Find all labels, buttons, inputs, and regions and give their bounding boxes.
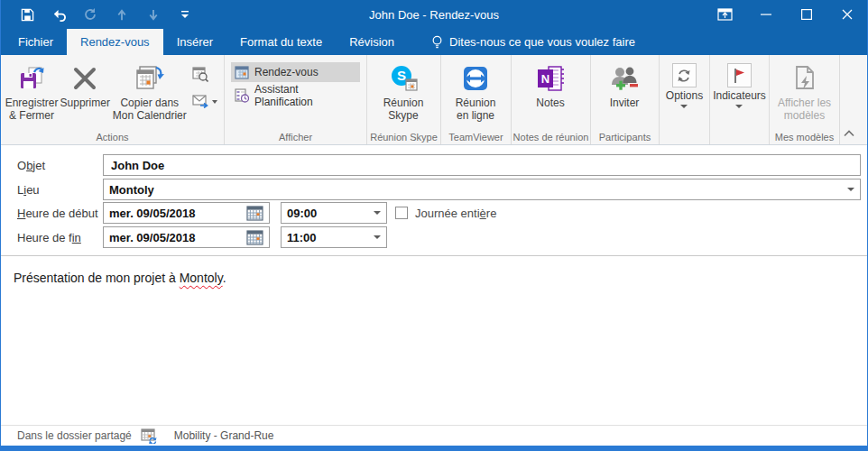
tab-rendez-vous[interactable]: Rendez-vous	[67, 29, 163, 55]
location-row: Lieu Montoly	[1, 179, 867, 200]
options-menu-button[interactable]: Options	[666, 59, 703, 108]
all-day-label: Journée entière	[415, 207, 496, 220]
options-dropdown-caret	[680, 105, 688, 108]
group-caption-teamviewer: TeamViewer	[441, 132, 511, 143]
all-day-checkbox[interactable]	[395, 207, 408, 219]
group-caption-afficher: Afficher	[225, 132, 366, 143]
shared-folder-label: Dans le dossier partagé	[17, 429, 132, 442]
tab-revision[interactable]: Révision	[336, 29, 408, 55]
online-meeting-button[interactable]: Réunion en ligne	[444, 59, 507, 133]
save-close-icon	[17, 62, 46, 95]
body-text: Présentation de mon projet à Montoly.	[14, 271, 226, 285]
tell-me-label: Dites-nous ce que vous voulez faire	[449, 35, 635, 49]
skype-meeting-button[interactable]: S Réunion Skype	[370, 59, 437, 133]
invite-attendees-icon	[609, 62, 640, 95]
quick-access-toolbar	[19, 6, 193, 23]
group-caption-notes: Notes de réunion	[512, 132, 590, 143]
end-row: Heure de fin mer. 09/05/2018 11:00	[1, 226, 867, 248]
save-and-close-button[interactable]: Enregistrer & Fermer	[4, 59, 60, 133]
end-time-dropdown-caret[interactable]	[374, 235, 381, 239]
svg-text:N: N	[541, 72, 549, 86]
calendar-search-button[interactable]	[192, 66, 217, 82]
skype-meeting-label: Réunion Skype	[383, 97, 424, 122]
invite-button[interactable]: Inviter	[594, 59, 655, 133]
copy-calendar-label: Copier dans Mon Calendrier	[113, 97, 187, 122]
tab-fichier[interactable]: Fichier	[5, 29, 67, 55]
appointment-form: Objet Lieu Montoly Heure de début mer. 0…	[1, 146, 867, 255]
ribbon-display-options-icon[interactable]	[705, 0, 745, 29]
recurrence-icon	[672, 63, 697, 87]
flags-dropdown-caret	[735, 105, 743, 108]
title-bar: John Doe - Rendez-vous	[1, 0, 867, 29]
end-date-picker-icon[interactable]	[246, 230, 263, 245]
location-label: Lieu	[17, 183, 40, 197]
scheduling-assistant-toggle[interactable]: Assistant Planification	[231, 86, 360, 106]
minimize-button[interactable]	[745, 0, 786, 29]
online-meeting-label: Réunion en ligne	[456, 97, 496, 122]
onenote-icon: N	[536, 62, 565, 95]
maximize-button[interactable]	[786, 0, 826, 29]
options-label: Options	[666, 89, 703, 102]
tab-format-du-texte[interactable]: Format du texte	[226, 29, 336, 55]
end-label: Heure de fin	[17, 231, 81, 244]
appointment-toggle[interactable]: Rendez-vous	[231, 62, 360, 82]
lightbulb-icon	[431, 35, 443, 50]
undo-icon[interactable]	[51, 6, 67, 23]
invite-label: Inviter	[610, 97, 640, 109]
forward-button[interactable]	[192, 95, 217, 108]
start-date-field[interactable]: mer. 09/05/2018	[103, 202, 270, 224]
notes-button[interactable]: N Notes	[514, 59, 586, 133]
redo-icon	[82, 6, 98, 23]
location-dropdown-caret[interactable]	[847, 179, 854, 199]
delete-button[interactable]: Supprimer	[60, 59, 110, 133]
copy-to-my-calendar-button[interactable]: Copier dans Mon Calendrier	[110, 59, 189, 133]
tab-inserer[interactable]: Insérer	[163, 29, 226, 55]
subject-row: Objet	[1, 154, 867, 176]
start-label: Heure de début	[17, 207, 98, 220]
end-time-value: 11:00	[287, 231, 374, 244]
collapse-ribbon-chevron-icon[interactable]	[844, 130, 854, 137]
svg-text:S: S	[397, 68, 406, 83]
flag-icon	[727, 63, 752, 87]
tell-me-box[interactable]: Dites-nous ce que vous voulez faire	[431, 29, 635, 55]
start-time-dropdown-caret[interactable]	[374, 211, 381, 215]
group-indicateurs: Indicateurs	[710, 55, 770, 144]
window-controls	[705, 0, 867, 29]
scheduling-assistant-label: Assistant Planification	[254, 83, 354, 108]
delete-icon	[72, 62, 97, 95]
copy-calendar-icon	[134, 62, 165, 95]
customize-qat-icon[interactable]	[177, 6, 193, 23]
end-time-combobox[interactable]: 11:00	[281, 226, 387, 248]
group-teamviewer: Réunion en ligne TeamViewer	[441, 55, 512, 144]
flags-menu-button[interactable]: Indicateurs	[713, 59, 766, 108]
skype-icon: S	[388, 62, 419, 95]
end-date-field[interactable]: mer. 09/05/2018	[103, 226, 270, 248]
start-date-picker-icon[interactable]	[246, 206, 263, 221]
ribbon: Enregistrer & Fermer Supprimer	[1, 55, 867, 145]
notes-label: Notes	[536, 97, 564, 109]
start-time-value: 09:00	[287, 207, 374, 220]
outlook-appointment-window: John Doe - Rendez-vous Fichier Rendez-vo…	[0, 0, 868, 451]
group-caption-mes-modeles: Mes modèles	[770, 132, 839, 143]
group-afficher: Rendez-vous Assistant Planification Affi…	[225, 55, 367, 144]
end-date-value: mer. 09/05/2018	[109, 231, 246, 244]
show-toggles: Rendez-vous Assistant Planification	[227, 59, 364, 106]
ribbon-tab-row: Fichier Rendez-vous Insérer Format du te…	[1, 29, 867, 55]
start-row: Heure de début mer. 09/05/2018 09:00 Jou…	[1, 202, 867, 224]
subject-input[interactable]	[103, 154, 861, 176]
save-icon[interactable]	[19, 6, 35, 23]
location-value: Montoly	[109, 183, 854, 197]
group-caption-actions: Actions	[1, 132, 224, 143]
forward-dropdown-caret[interactable]	[212, 100, 217, 104]
show-templates-label: Afficher les modèles	[778, 97, 831, 122]
close-button[interactable]	[826, 0, 867, 29]
start-time-combobox[interactable]: 09:00	[281, 202, 387, 224]
flags-label: Indicateurs	[713, 89, 766, 102]
shared-folder-name: Mobility - Grand-Rue	[174, 429, 274, 442]
appointment-body[interactable]: Présentation de mon projet à Montoly.	[1, 255, 867, 425]
group-participants: Inviter Participants	[591, 55, 660, 144]
start-date-value: mer. 09/05/2018	[109, 207, 246, 220]
group-mes-modeles: Afficher les modèles Mes modèles	[770, 55, 840, 144]
scheduling-assistant-icon	[235, 88, 249, 103]
location-combobox[interactable]: Montoly	[103, 179, 861, 200]
